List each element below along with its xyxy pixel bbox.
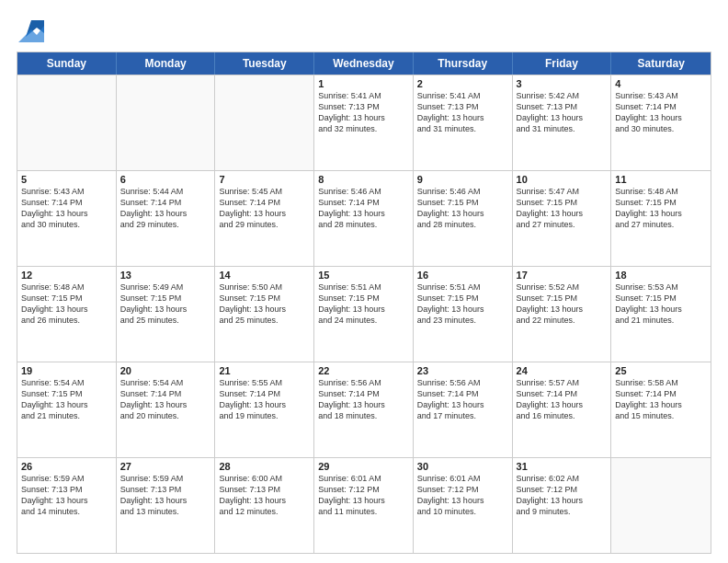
day-info: Sunrise: 5:43 AM Sunset: 7:14 PM Dayligh… [615, 90, 707, 135]
day-number: 13 [120, 270, 211, 281]
cal-cell: 7Sunrise: 5:45 AM Sunset: 7:14 PM Daylig… [215, 171, 314, 266]
day-info: Sunrise: 5:48 AM Sunset: 7:15 PM Dayligh… [21, 282, 112, 327]
cal-week-1: 1Sunrise: 5:41 AM Sunset: 7:13 PM Daylig… [17, 75, 711, 170]
cal-cell: 21Sunrise: 5:55 AM Sunset: 7:14 PM Dayli… [215, 362, 314, 457]
day-info: Sunrise: 5:56 AM Sunset: 7:14 PM Dayligh… [318, 377, 409, 422]
cal-cell: 29Sunrise: 6:01 AM Sunset: 7:12 PM Dayli… [314, 458, 414, 553]
cal-cell: 1Sunrise: 5:41 AM Sunset: 7:13 PM Daylig… [314, 75, 414, 170]
day-info: Sunrise: 5:44 AM Sunset: 7:14 PM Dayligh… [120, 186, 211, 231]
day-info: Sunrise: 5:59 AM Sunset: 7:13 PM Dayligh… [21, 473, 112, 518]
cal-cell: 10Sunrise: 5:47 AM Sunset: 7:15 PM Dayli… [513, 171, 612, 266]
cal-cell: 17Sunrise: 5:52 AM Sunset: 7:15 PM Dayli… [513, 267, 612, 362]
cal-cell: 16Sunrise: 5:51 AM Sunset: 7:15 PM Dayli… [414, 267, 513, 362]
cal-header-sunday: Sunday [17, 52, 117, 75]
day-info: Sunrise: 6:01 AM Sunset: 7:12 PM Dayligh… [318, 473, 409, 518]
day-number: 29 [318, 461, 409, 472]
day-number: 27 [120, 461, 211, 472]
day-info: Sunrise: 6:02 AM Sunset: 7:12 PM Dayligh… [517, 473, 608, 518]
day-number: 11 [615, 174, 707, 185]
day-info: Sunrise: 5:56 AM Sunset: 7:14 PM Dayligh… [417, 377, 508, 422]
cal-cell: 4Sunrise: 5:43 AM Sunset: 7:14 PM Daylig… [611, 75, 711, 170]
cal-header-monday: Monday [117, 52, 216, 75]
cal-cell [17, 75, 117, 170]
calendar: SundayMondayTuesdayWednesdayThursdayFrid… [17, 52, 711, 554]
cal-header-wednesday: Wednesday [314, 52, 414, 75]
cal-header-thursday: Thursday [414, 52, 513, 75]
cal-cell: 8Sunrise: 5:46 AM Sunset: 7:14 PM Daylig… [314, 171, 414, 266]
day-info: Sunrise: 5:45 AM Sunset: 7:14 PM Dayligh… [219, 186, 310, 231]
calendar-header-row: SundayMondayTuesdayWednesdayThursdayFrid… [17, 52, 711, 75]
cal-cell: 19Sunrise: 5:54 AM Sunset: 7:15 PM Dayli… [17, 362, 117, 457]
day-number: 21 [219, 365, 310, 376]
day-number: 25 [615, 365, 707, 376]
day-number: 20 [120, 365, 211, 376]
cal-cell: 23Sunrise: 5:56 AM Sunset: 7:14 PM Dayli… [414, 362, 513, 457]
day-info: Sunrise: 6:01 AM Sunset: 7:12 PM Dayligh… [417, 473, 508, 518]
cal-cell: 31Sunrise: 6:02 AM Sunset: 7:12 PM Dayli… [513, 458, 612, 553]
cal-cell: 9Sunrise: 5:46 AM Sunset: 7:15 PM Daylig… [414, 171, 513, 266]
cal-cell: 20Sunrise: 5:54 AM Sunset: 7:14 PM Dayli… [117, 362, 216, 457]
day-info: Sunrise: 5:54 AM Sunset: 7:14 PM Dayligh… [120, 377, 211, 422]
day-number: 24 [517, 365, 608, 376]
page-header [17, 17, 711, 42]
day-info: Sunrise: 5:48 AM Sunset: 7:15 PM Dayligh… [615, 186, 707, 231]
day-number: 16 [417, 270, 508, 281]
cal-week-4: 19Sunrise: 5:54 AM Sunset: 7:15 PM Dayli… [17, 362, 711, 457]
day-number: 2 [417, 78, 508, 89]
day-info: Sunrise: 5:51 AM Sunset: 7:15 PM Dayligh… [417, 282, 508, 327]
cal-header-saturday: Saturday [611, 52, 711, 75]
day-info: Sunrise: 5:47 AM Sunset: 7:15 PM Dayligh… [517, 186, 608, 231]
cal-cell: 28Sunrise: 6:00 AM Sunset: 7:13 PM Dayli… [215, 458, 314, 553]
day-number: 23 [417, 365, 508, 376]
cal-cell: 27Sunrise: 5:59 AM Sunset: 7:13 PM Dayli… [117, 458, 216, 553]
day-info: Sunrise: 5:57 AM Sunset: 7:14 PM Dayligh… [517, 377, 608, 422]
day-info: Sunrise: 5:51 AM Sunset: 7:15 PM Dayligh… [318, 282, 409, 327]
day-info: Sunrise: 5:43 AM Sunset: 7:14 PM Dayligh… [21, 186, 112, 231]
day-info: Sunrise: 5:50 AM Sunset: 7:15 PM Dayligh… [219, 282, 310, 327]
day-info: Sunrise: 5:41 AM Sunset: 7:13 PM Dayligh… [318, 90, 409, 135]
day-info: Sunrise: 5:49 AM Sunset: 7:15 PM Dayligh… [120, 282, 211, 327]
day-number: 7 [219, 174, 310, 185]
cal-cell: 2Sunrise: 5:41 AM Sunset: 7:13 PM Daylig… [414, 75, 513, 170]
day-info: Sunrise: 5:59 AM Sunset: 7:13 PM Dayligh… [120, 473, 211, 518]
cal-cell: 5Sunrise: 5:43 AM Sunset: 7:14 PM Daylig… [17, 171, 117, 266]
day-number: 18 [615, 270, 707, 281]
cal-cell: 26Sunrise: 5:59 AM Sunset: 7:13 PM Dayli… [17, 458, 117, 553]
cal-cell: 22Sunrise: 5:56 AM Sunset: 7:14 PM Dayli… [314, 362, 414, 457]
day-number: 5 [21, 174, 112, 185]
day-number: 6 [120, 174, 211, 185]
day-number: 9 [417, 174, 508, 185]
cal-cell: 30Sunrise: 6:01 AM Sunset: 7:12 PM Dayli… [414, 458, 513, 553]
logo-icon [18, 17, 44, 42]
day-number: 1 [318, 78, 409, 89]
cal-cell: 15Sunrise: 5:51 AM Sunset: 7:15 PM Dayli… [314, 267, 414, 362]
day-number: 10 [517, 174, 608, 185]
day-info: Sunrise: 5:52 AM Sunset: 7:15 PM Dayligh… [517, 282, 608, 327]
day-number: 22 [318, 365, 409, 376]
logo [17, 17, 44, 42]
day-info: Sunrise: 6:00 AM Sunset: 7:13 PM Dayligh… [219, 473, 310, 518]
day-info: Sunrise: 5:42 AM Sunset: 7:13 PM Dayligh… [517, 90, 608, 135]
cal-header-friday: Friday [513, 52, 612, 75]
day-number: 19 [21, 365, 112, 376]
cal-cell: 11Sunrise: 5:48 AM Sunset: 7:15 PM Dayli… [611, 171, 711, 266]
cal-cell: 18Sunrise: 5:53 AM Sunset: 7:15 PM Dayli… [611, 267, 711, 362]
day-info: Sunrise: 5:53 AM Sunset: 7:15 PM Dayligh… [615, 282, 707, 327]
calendar-body: 1Sunrise: 5:41 AM Sunset: 7:13 PM Daylig… [17, 75, 711, 553]
cal-week-3: 12Sunrise: 5:48 AM Sunset: 7:15 PM Dayli… [17, 266, 711, 362]
day-info: Sunrise: 5:46 AM Sunset: 7:14 PM Dayligh… [318, 186, 409, 231]
cal-cell: 14Sunrise: 5:50 AM Sunset: 7:15 PM Dayli… [215, 267, 314, 362]
day-number: 8 [318, 174, 409, 185]
day-info: Sunrise: 5:46 AM Sunset: 7:15 PM Dayligh… [417, 186, 508, 231]
cal-week-2: 5Sunrise: 5:43 AM Sunset: 7:14 PM Daylig… [17, 170, 711, 266]
cal-cell: 12Sunrise: 5:48 AM Sunset: 7:15 PM Dayli… [17, 267, 117, 362]
cal-cell: 24Sunrise: 5:57 AM Sunset: 7:14 PM Dayli… [513, 362, 612, 457]
day-info: Sunrise: 5:41 AM Sunset: 7:13 PM Dayligh… [417, 90, 508, 135]
day-number: 14 [219, 270, 310, 281]
cal-cell [215, 75, 314, 170]
cal-header-tuesday: Tuesday [215, 52, 314, 75]
day-number: 15 [318, 270, 409, 281]
cal-cell: 13Sunrise: 5:49 AM Sunset: 7:15 PM Dayli… [117, 267, 216, 362]
day-number: 30 [417, 461, 508, 472]
cal-cell [611, 458, 711, 553]
